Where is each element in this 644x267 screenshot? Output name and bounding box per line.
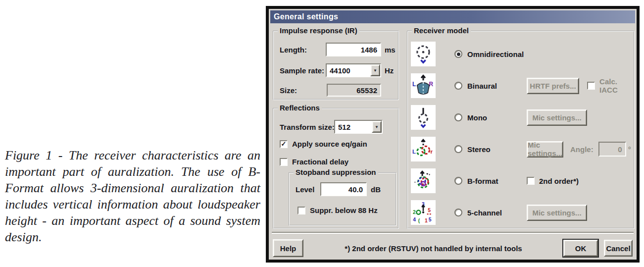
svg-text:L: L <box>412 149 416 155</box>
figure-canvas: Figure 1 - The receiver characteristics … <box>0 0 644 267</box>
five-channel-radio[interactable] <box>454 209 462 216</box>
second-order-checkbox-box[interactable] <box>527 177 535 185</box>
footer-note: *) 2nd order (RSTUV) not handled by inte… <box>303 244 563 253</box>
size-label: Size: <box>280 86 297 95</box>
binaural-label: Binaural <box>467 82 497 90</box>
suppr-below-label: Suppr. below 88 Hz <box>310 206 378 214</box>
stopband-level-unit: dB <box>371 185 381 194</box>
stereo-mic-settings-button[interactable]: Mic settings... <box>527 141 563 158</box>
sample-rate-value: 44100 <box>327 64 370 76</box>
transform-size-dropdown-arrow-icon[interactable]: ▼ <box>372 121 382 133</box>
svg-text:R: R <box>429 81 434 88</box>
length-label: Length: <box>280 46 307 54</box>
stopband-suppression-group: Stopband suppression Level 40.0 dB Suppr… <box>289 172 396 226</box>
length-input[interactable]: 1486 <box>326 43 381 56</box>
sample-rate-label: Sample rate: <box>280 66 324 75</box>
binaural-icon: L R <box>411 73 436 98</box>
calc-iacc-checkbox[interactable]: Calc. IACC <box>587 77 631 94</box>
apply-source-eq-checkbox[interactable]: ✓ Apply source eq/gain <box>280 140 367 148</box>
reflections-group: Reflections Transform size: 512 ▼ ✓ Appl… <box>273 108 399 229</box>
stereo-angle-value: 0 <box>618 145 622 154</box>
sample-rate-dropdown-arrow-icon[interactable]: ▼ <box>370 64 380 76</box>
five-channel-mic-settings-button[interactable]: Mic settings... <box>527 205 587 221</box>
svg-text:2: 2 <box>413 210 416 215</box>
svg-text:5: 5 <box>428 208 431 213</box>
impulse-response-group-title: Impulse response (IR) <box>278 26 359 35</box>
sample-rate-dropdown[interactable]: 44100 ▼ <box>326 63 381 77</box>
receiver-model-group-title: Receiver model <box>412 26 471 35</box>
figure-caption: Figure 1 - The receiver characteristics … <box>5 147 260 245</box>
mono-icon <box>411 105 436 130</box>
calc-iacc-label: Calc. IACC <box>599 77 631 94</box>
suppr-below-checkbox-box[interactable] <box>297 207 305 214</box>
hrtf-prefs-button[interactable]: HRTF prefs... <box>527 78 579 94</box>
dialog-titlebar[interactable]: General settings <box>270 10 635 23</box>
stopband-suppression-group-title: Stopband suppression <box>294 168 378 176</box>
binaural-radio[interactable] <box>454 82 462 90</box>
fractional-delay-checkbox[interactable]: Fractional delay <box>280 158 348 166</box>
receiver-row-5channel: 3 2 5 4 ( 1 5 <box>411 199 631 226</box>
omnidirectional-radio[interactable] <box>454 50 462 58</box>
svg-text:L: L <box>412 81 416 88</box>
dialog-title: General settings <box>274 12 338 21</box>
b-format-icon <box>411 168 436 193</box>
transform-size-label: Transform size: <box>280 123 335 131</box>
length-value: 1486 <box>361 46 377 54</box>
size-value: 65532 <box>356 86 377 95</box>
stereo-label: Stereo <box>467 145 491 154</box>
mono-label: Mono <box>467 113 487 122</box>
apply-source-eq-checkbox-box[interactable]: ✓ <box>280 140 288 148</box>
svg-text:(: ( <box>418 218 420 223</box>
stereo-icon: L r <box>411 137 436 161</box>
five-channel-icon: 3 2 5 4 ( 1 5 <box>411 200 436 225</box>
footer: Help *) 2nd order (RSTUV) not handled by… <box>273 239 633 258</box>
size-readout: 65532 <box>327 84 381 97</box>
svg-text:1: 1 <box>425 218 428 223</box>
help-button[interactable]: Help <box>273 239 303 257</box>
mono-mic-settings-button[interactable]: Mic settings... <box>527 109 587 126</box>
receiver-model-group: Receiver model Omnidirectional <box>407 31 635 229</box>
omnidirectional-icon <box>411 42 436 66</box>
svg-text:5: 5 <box>429 217 432 222</box>
b-format-label: B-format <box>467 177 498 185</box>
omnidirectional-label: Omnidirectional <box>467 50 524 58</box>
receiver-row-binaural: L R Binaural HRTF prefs... Calc. IACC <box>411 72 631 99</box>
svg-text:r: r <box>430 149 433 155</box>
length-unit: ms <box>385 46 396 54</box>
stereo-radio[interactable] <box>454 145 462 153</box>
stereo-angle-unit: ° <box>628 145 631 154</box>
stopband-level-input[interactable]: 40.0 <box>320 182 367 196</box>
stopband-level-value: 40.0 <box>348 185 363 194</box>
receiver-row-stereo: L r Stereo Mic settings... Angle: 0 <box>411 136 631 162</box>
stereo-angle-input[interactable]: 0 <box>598 142 626 157</box>
fractional-delay-checkbox-box[interactable] <box>280 158 288 166</box>
receiver-row-omnidirectional: Omnidirectional <box>411 41 631 67</box>
receiver-row-bformat: B-format 2nd order*) <box>411 167 631 194</box>
reflections-group-title: Reflections <box>278 104 322 112</box>
stereo-angle-label: Angle: <box>570 145 594 154</box>
impulse-response-group: Impulse response (IR) Length: 1486 ms Sa… <box>273 31 399 100</box>
ok-button[interactable]: OK <box>563 240 598 257</box>
stereo-angle-field: Angle: 0 ° <box>570 142 631 157</box>
calc-iacc-checkbox-box[interactable] <box>587 82 595 90</box>
cancel-button[interactable]: Cancel <box>604 240 633 257</box>
transform-size-dropdown[interactable]: 512 ▼ <box>334 120 383 134</box>
suppr-below-checkbox[interactable]: Suppr. below 88 Hz <box>297 206 378 214</box>
second-order-checkbox[interactable]: 2nd order*) <box>527 177 579 185</box>
mono-radio[interactable] <box>454 113 462 121</box>
transform-size-value: 512 <box>335 121 372 133</box>
general-settings-dialog: General settings Impulse response (IR) L… <box>266 6 640 263</box>
sample-rate-unit: Hz <box>385 66 394 75</box>
footer-separator <box>272 232 634 234</box>
b-format-radio[interactable] <box>454 177 462 185</box>
second-order-label: 2nd order*) <box>539 177 579 185</box>
fractional-delay-label: Fractional delay <box>292 158 348 166</box>
stopband-level-label: Level <box>296 185 314 194</box>
apply-source-eq-label: Apply source eq/gain <box>292 140 367 148</box>
svg-text:4: 4 <box>413 217 416 222</box>
receiver-row-mono: Mono Mic settings... <box>411 104 631 131</box>
five-channel-label: 5-channel <box>467 209 502 217</box>
